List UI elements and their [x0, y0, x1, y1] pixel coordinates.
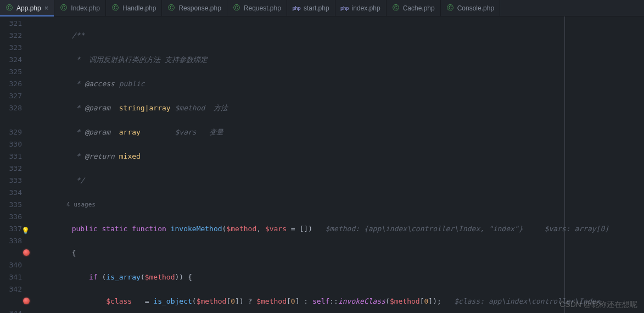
- tab-label: index.php: [352, 4, 380, 12]
- line-number[interactable]: 331: [0, 150, 22, 163]
- line-number[interactable]: 325: [0, 66, 22, 78]
- line-number[interactable]: 344: [0, 308, 22, 313]
- line-number[interactable]: 337💡: [0, 223, 22, 235]
- line-number[interactable]: [0, 295, 22, 308]
- line-number[interactable]: 328: [0, 102, 22, 114]
- code-line[interactable]: $class = is_object($method[0]) ? $method…: [32, 295, 644, 308]
- class-icon: Ⓒ: [233, 4, 240, 12]
- doc-tag: @return: [85, 152, 115, 160]
- line-number[interactable]: 330: [0, 138, 22, 150]
- tab-app-php[interactable]: ⒸApp.php×: [0, 0, 54, 16]
- tab-label: Index.php: [71, 4, 100, 12]
- line-number[interactable]: 341: [0, 271, 22, 283]
- fn-call: is_array: [106, 273, 141, 281]
- code-line[interactable]: * @access public: [32, 78, 644, 90]
- breakpoint-icon[interactable]: [23, 249, 30, 256]
- fn-call: invokeClass: [338, 297, 385, 305]
- num: 0: [231, 297, 235, 305]
- breakpoint-icon[interactable]: [23, 298, 30, 304]
- doc-type: mixed: [119, 152, 141, 160]
- close-icon[interactable]: ×: [44, 4, 49, 12]
- docblock-close: */: [72, 176, 85, 185]
- line-number[interactable]: 332: [0, 163, 22, 175]
- var: $method: [197, 297, 227, 305]
- doc-type: string|array: [119, 104, 171, 112]
- tab-handle-php[interactable]: ⒸHandle.php: [106, 0, 162, 16]
- line-gutter: 3213223233243253263273283293303313323333…: [0, 16, 32, 313]
- line-number[interactable]: 333: [0, 175, 22, 187]
- tab-request-php[interactable]: ⒸRequest.php: [227, 0, 287, 16]
- intention-bulb-icon[interactable]: 💡: [21, 225, 30, 237]
- var: $method: [256, 297, 287, 305]
- var: $class: [106, 297, 132, 305]
- line-number[interactable]: 336: [0, 211, 22, 223]
- tab-label: Request.php: [244, 4, 281, 12]
- tab-label: start.php: [304, 4, 329, 12]
- param: $vars: [265, 225, 287, 233]
- line-number[interactable]: 334: [0, 187, 22, 199]
- var: $method: [390, 297, 420, 305]
- kw-if: if: [89, 273, 98, 281]
- line-number[interactable]: 335: [0, 199, 22, 211]
- code-area[interactable]: /** * 调用反射执行类的方法 支持参数绑定 * @access public…: [32, 16, 644, 313]
- fn-call: is_object: [153, 297, 192, 305]
- default: []: [300, 225, 309, 233]
- line-number[interactable]: 329: [0, 126, 22, 138]
- inlay-hint: $class: app\index\controller\Index: [454, 297, 600, 305]
- num: 0: [291, 297, 295, 305]
- editor-tabs: ⒸApp.php×ⒸIndex.phpⒸHandle.phpⒸResponse.…: [0, 0, 644, 16]
- tab-label: Handle.php: [122, 4, 156, 12]
- tab-index-php[interactable]: ⒸIndex.php: [54, 0, 106, 16]
- code-line[interactable]: * 调用反射执行类的方法 支持参数绑定: [32, 54, 644, 66]
- class-icon: Ⓒ: [167, 4, 175, 12]
- tab-start-php[interactable]: phpstart.php: [287, 0, 335, 16]
- doc-tag: @param: [85, 128, 110, 136]
- tab-cache-php[interactable]: ⒸCache.php: [387, 0, 441, 16]
- code-line[interactable]: if (is_array($method)) {: [32, 271, 644, 283]
- tab-index-php[interactable]: phpindex.php: [335, 0, 387, 16]
- doc-var: $method: [175, 104, 205, 112]
- line-number[interactable]: 338: [0, 235, 22, 247]
- class-icon: Ⓒ: [5, 4, 13, 12]
- doc-tag: @param: [85, 104, 110, 112]
- tab-response-php[interactable]: ⒸResponse.php: [162, 0, 227, 16]
- code-line[interactable]: * @param string|array $method 方法: [32, 102, 644, 114]
- line-number[interactable]: 342: [0, 283, 22, 295]
- kw-self: self: [312, 297, 329, 305]
- doc-type: array: [119, 128, 141, 136]
- var: $method: [145, 273, 175, 281]
- tab-label: Response.php: [178, 4, 221, 12]
- line-number[interactable]: 322: [0, 30, 22, 42]
- doc-tag: @access: [85, 80, 115, 88]
- php-icon: php: [341, 4, 349, 12]
- code-line[interactable]: public static function invokeMethod($met…: [32, 223, 644, 235]
- docblock-open: /**: [72, 31, 85, 40]
- tab-console-php[interactable]: ⒸConsole.php: [441, 0, 500, 16]
- line-number[interactable]: [0, 247, 22, 259]
- class-icon: Ⓒ: [60, 4, 68, 12]
- usages-hint[interactable]: 4 usages: [32, 199, 644, 211]
- php-icon: php: [293, 4, 300, 12]
- kw-static: static: [102, 225, 127, 233]
- code-line[interactable]: * @return mixed: [32, 150, 644, 163]
- line-number[interactable]: 327: [0, 90, 22, 102]
- line-number[interactable]: 323: [0, 42, 22, 54]
- line-number[interactable]: 324: [0, 54, 22, 66]
- line-number[interactable]: 340: [0, 259, 22, 271]
- fn-name: invokeMethod: [171, 225, 222, 233]
- tab-label: App.php: [16, 4, 41, 12]
- line-number[interactable]: 321: [0, 18, 22, 30]
- tab-label: Console.php: [457, 4, 494, 12]
- line-number[interactable]: 326: [0, 78, 22, 90]
- class-icon: Ⓒ: [446, 4, 454, 12]
- param: $method: [226, 225, 256, 233]
- line-number[interactable]: [0, 114, 22, 126]
- class-icon: Ⓒ: [111, 4, 119, 12]
- doc-var: $vars: [175, 128, 197, 136]
- code-line[interactable]: /**: [32, 30, 644, 42]
- code-line[interactable]: * @param array $vars 变量: [32, 126, 644, 138]
- code-line[interactable]: {: [32, 247, 644, 259]
- docblock-desc: * 调用反射执行类的方法 支持参数绑定: [72, 55, 208, 64]
- doc-desc: 变量: [209, 128, 223, 136]
- code-line[interactable]: */: [32, 175, 644, 187]
